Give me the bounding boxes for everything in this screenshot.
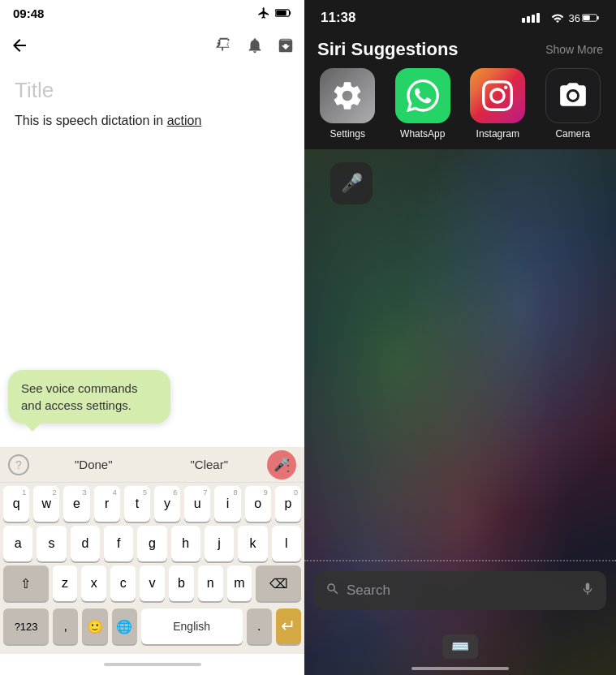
key-f[interactable]: f <box>104 526 133 561</box>
svg-rect-3 <box>522 18 525 23</box>
pin-button[interactable] <box>215 37 233 58</box>
key-h[interactable]: h <box>171 526 200 561</box>
key-l[interactable]: l <box>272 526 301 561</box>
svg-rect-8 <box>597 16 599 19</box>
key-j[interactable]: j <box>205 526 234 561</box>
key-n[interactable]: n <box>198 565 223 601</box>
key-b[interactable]: b <box>169 565 194 601</box>
siri-app-instagram[interactable]: Instagram <box>464 68 532 140</box>
airplane-icon <box>257 6 270 19</box>
key-enter[interactable]: ↵ <box>276 608 301 644</box>
android-status-icons <box>257 6 291 19</box>
key-s[interactable]: s <box>37 526 66 561</box>
camera-app-icon <box>545 68 601 123</box>
key-a[interactable]: a <box>3 526 32 561</box>
key-p[interactable]: 0p <box>275 486 301 522</box>
signal-icon <box>522 13 546 23</box>
instagram-app-label: Instagram <box>476 128 519 140</box>
keyboard-help-icon[interactable]: ? <box>8 454 29 475</box>
android-note-panel: 09:48 Title This is speech dict <box>0 0 304 675</box>
key-k[interactable]: k <box>238 526 267 561</box>
settings-gear-icon <box>330 79 364 113</box>
key-q[interactable]: 1q <box>3 486 29 522</box>
keyboard-suggestions-row: ? "Done" "Clear" 🎤 ⋮ <box>0 447 304 483</box>
svg-rect-5 <box>532 15 535 23</box>
key-t[interactable]: 5t <box>124 486 150 522</box>
ios-siri-panel: 11:38 36 Siri Suggestions Sho <box>304 0 616 675</box>
key-y[interactable]: 6y <box>154 486 180 522</box>
key-u[interactable]: 7u <box>184 486 210 522</box>
ios-time: 11:38 <box>321 10 355 26</box>
key-space[interactable]: English <box>141 608 243 644</box>
keyboard-toggle-button[interactable]: ⌨️ <box>442 634 478 659</box>
kbd-suggestion-clear[interactable]: "Clear" <box>152 458 268 471</box>
kbd-suggestion-done[interactable]: "Done" <box>36 458 152 471</box>
android-time: 09:48 <box>13 6 44 20</box>
key-w[interactable]: 2w <box>33 486 59 522</box>
key-r[interactable]: 4r <box>94 486 120 522</box>
settings-app-icon <box>320 68 375 123</box>
key-shift[interactable]: ⇧ <box>3 565 49 601</box>
ios-battery: 36 <box>569 12 600 24</box>
wifi-icon <box>551 13 564 23</box>
search-mic-icon[interactable] <box>580 582 595 600</box>
search-placeholder[interactable]: Search <box>347 583 574 599</box>
note-body[interactable]: This is speech dictation in action <box>15 111 290 131</box>
ios-battery-percent: 36 <box>569 12 580 24</box>
key-numbers[interactable]: ?123 <box>3 608 49 644</box>
reminder-button[interactable] <box>246 37 264 58</box>
camera-app-label: Camera <box>555 128 590 140</box>
kbd-row-2: a s d f g h j k l <box>3 526 301 561</box>
siri-mic-button[interactable]: 🎤 <box>330 162 373 204</box>
key-comma[interactable]: , <box>53 608 78 644</box>
android-status-bar: 09:48 <box>0 0 304 26</box>
archive-button[interactable] <box>277 37 295 58</box>
key-v[interactable]: v <box>140 565 165 601</box>
note-toolbar-actions <box>215 37 295 58</box>
siri-app-camera[interactable]: Camera <box>540 68 607 140</box>
key-i[interactable]: 8i <box>214 486 240 522</box>
key-c[interactable]: c <box>110 565 136 601</box>
key-emoji[interactable]: 🙂 <box>82 608 107 644</box>
note-toolbar <box>0 26 304 68</box>
svg-rect-6 <box>536 13 540 23</box>
svg-rect-2 <box>276 11 286 15</box>
key-period[interactable]: . <box>247 608 272 644</box>
instagram-icon <box>482 80 513 111</box>
back-button[interactable] <box>10 36 29 58</box>
key-g[interactable]: g <box>137 526 166 561</box>
home-indicator-bar <box>104 663 201 666</box>
voice-tooltip-text: See voice commands and access settings. <box>21 381 137 412</box>
siri-app-whatsapp[interactable]: WhatsApp <box>390 68 457 140</box>
key-m[interactable]: m <box>227 565 252 601</box>
key-e[interactable]: 3e <box>63 486 89 522</box>
siri-app-settings[interactable]: Settings <box>314 68 381 140</box>
siri-apps-grid: Settings WhatsApp Instagram <box>304 68 616 149</box>
kbd-row-1: 1q 2w 3e 4r 5t 6y 7u 8i 9o 0p <box>3 486 301 522</box>
whatsapp-app-label: WhatsApp <box>400 128 445 140</box>
siri-title: Siri Suggestions <box>317 39 459 60</box>
battery-icon <box>275 8 291 18</box>
keyboard-key-rows: 1q 2w 3e 4r 5t 6y 7u 8i 9o 0p a s d f g … <box>0 483 304 601</box>
siri-background: 🎤 Search ⌨️ <box>304 149 616 675</box>
key-o[interactable]: 9o <box>245 486 271 522</box>
key-d[interactable]: d <box>71 526 100 561</box>
kbd-more-button[interactable]: ⋮ <box>280 455 296 475</box>
instagram-app-icon <box>470 68 525 123</box>
key-z[interactable]: z <box>53 565 78 601</box>
kbd-bottom-row: ?123 , 🙂 🌐 English . ↵ <box>0 605 304 647</box>
android-home-indicator <box>0 654 304 675</box>
search-icon <box>325 582 340 600</box>
note-title[interactable]: Title <box>15 78 290 103</box>
show-more-button[interactable]: Show More <box>545 43 603 56</box>
note-body-action: action <box>167 114 202 127</box>
key-x[interactable]: x <box>81 565 106 601</box>
ios-home-indicator <box>411 667 509 670</box>
siri-search-bar[interactable]: Search <box>314 571 606 610</box>
key-globe[interactable]: 🌐 <box>112 608 137 644</box>
whatsapp-icon <box>407 80 439 112</box>
voice-tooltip: See voice commands and access settings. <box>8 370 170 423</box>
keyboard-area: ? "Done" "Clear" 🎤 ⋮ 1q 2w 3e 4r 5t 6y 7… <box>0 447 304 654</box>
svg-rect-4 <box>527 16 530 23</box>
key-backspace[interactable]: ⌫ <box>256 565 301 601</box>
